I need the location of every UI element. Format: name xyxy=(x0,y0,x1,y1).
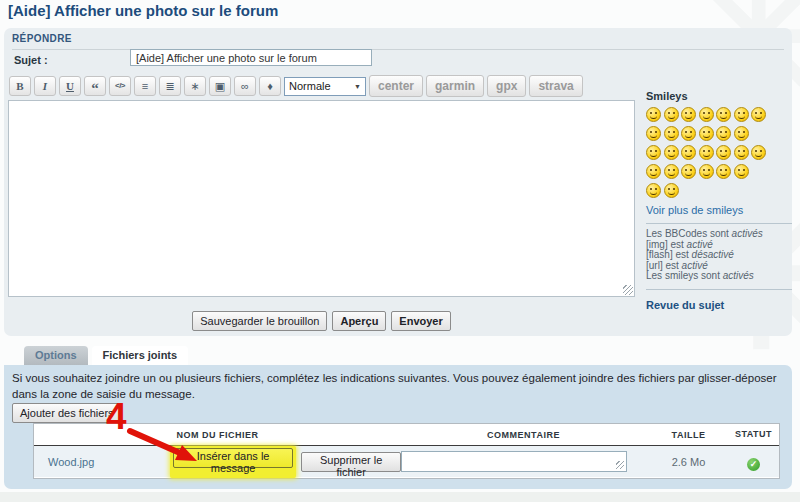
comment-cell xyxy=(401,451,646,472)
gpx-tag-button[interactable]: gpx xyxy=(487,75,526,97)
bbcode-status-text: [flash] est xyxy=(646,249,692,260)
image-icon[interactable]: ▣ xyxy=(209,76,231,96)
smiley-icon[interactable] xyxy=(681,164,696,179)
topic-review-link[interactable]: Revue du sujet xyxy=(646,299,792,311)
insert-in-message-button[interactable]: Insérer dans le message xyxy=(173,448,293,468)
smiley-row xyxy=(646,126,792,145)
smiley-icon[interactable] xyxy=(664,164,679,179)
bbcode-status-value: activé xyxy=(687,239,713,250)
submit-button[interactable]: Envoyer xyxy=(391,311,450,331)
smiley-icon[interactable] xyxy=(716,145,731,160)
center-tag-button[interactable]: center xyxy=(369,75,423,97)
attachments-intro-text: Si vous souhaitez joindre un ou plusieur… xyxy=(12,370,780,402)
bbcode-status-text: [url] est xyxy=(646,260,682,271)
smiley-icon[interactable] xyxy=(681,107,696,122)
smiley-icon[interactable] xyxy=(751,145,766,160)
smiley-sidebar: Smileys Voir plus de smileys Les BBCodes… xyxy=(646,90,792,311)
form-actions: Sauvegarder le brouillon Aperçu Envoyer xyxy=(8,311,635,331)
attachment-row: Wood.jpg Insérer dans le message Supprim… xyxy=(34,446,779,477)
status-cell: ✓ xyxy=(731,453,776,471)
file-cell: Wood.jpg Insérer dans le message Supprim… xyxy=(34,446,401,478)
smiley-icon[interactable] xyxy=(646,164,661,179)
attachments-table-header: NOM DU FICHIER COMMENTAIRE TAILLE STATUT xyxy=(34,424,779,446)
divider xyxy=(646,223,792,224)
smiley-icon[interactable] xyxy=(716,107,731,122)
smiley-icon[interactable] xyxy=(699,164,714,179)
tab-options[interactable]: Options xyxy=(24,346,88,365)
header-size: TAILLE xyxy=(646,430,731,440)
strava-tag-button[interactable]: strava xyxy=(529,75,582,97)
smiley-icon[interactable] xyxy=(734,126,749,141)
subject-input[interactable] xyxy=(130,49,372,66)
link-icon[interactable]: ∞ xyxy=(234,76,256,96)
attachment-size: 2.6 Mo xyxy=(646,456,731,468)
smiley-icon[interactable] xyxy=(681,145,696,160)
page-footer-strip xyxy=(0,492,800,502)
bbcode-status-line: Les smileys sont activés xyxy=(646,271,792,282)
bbcode-status-value: activés xyxy=(732,228,763,239)
tab-bar: Options Fichiers joints xyxy=(24,346,188,365)
highlight-marker: Insérer dans le message xyxy=(170,446,296,478)
smiley-icon[interactable] xyxy=(664,126,679,141)
status-ok-icon: ✓ xyxy=(747,458,760,471)
more-smileys-link[interactable]: Voir plus de smileys xyxy=(646,204,792,216)
smiley-row xyxy=(646,183,792,202)
smiley-icon[interactable] xyxy=(646,183,661,198)
smiley-icon[interactable] xyxy=(716,164,731,179)
list-item-icon[interactable]: ∗ xyxy=(184,76,206,96)
garmin-tag-button[interactable]: garmin xyxy=(426,75,484,97)
bbcode-toolbar: B I U “ </> ≡ ≣ ∗ ▣ ∞ ♦ Normale ▼ center… xyxy=(9,75,583,97)
page-title: [Aide] Afficher une photo sur le forum xyxy=(8,2,278,19)
bbcode-status-value: activé xyxy=(682,260,708,271)
smiley-icon[interactable] xyxy=(699,145,714,160)
smiley-icon[interactable] xyxy=(699,107,714,122)
message-editor[interactable] xyxy=(8,100,635,297)
quote-icon[interactable]: “ xyxy=(84,76,106,96)
bbcode-status-text: Les BBCodes sont xyxy=(646,228,732,239)
smiley-row xyxy=(646,107,792,126)
smiley-icon[interactable] xyxy=(699,126,714,141)
header-status: STATUT xyxy=(731,430,776,439)
subject-label: Sujet : xyxy=(14,54,48,66)
add-files-button[interactable]: Ajouter des fichiers xyxy=(12,403,122,423)
chevron-down-icon: ▼ xyxy=(354,83,361,90)
attachment-filename[interactable]: Wood.jpg xyxy=(34,456,170,468)
color-icon[interactable]: ♦ xyxy=(259,76,281,96)
smiley-icon[interactable] xyxy=(734,107,749,122)
code-icon[interactable]: </> xyxy=(109,76,131,96)
smiley-icon[interactable] xyxy=(734,145,749,160)
reply-panel: RÉPONDRE Sujet : B I U “ </> ≡ ≣ ∗ ▣ ∞ ♦… xyxy=(4,28,792,336)
save-draft-button[interactable]: Sauvegarder le brouillon xyxy=(192,311,327,331)
reply-section-title: RÉPONDRE xyxy=(12,33,784,50)
smiley-icon[interactable] xyxy=(646,126,661,141)
bbcode-status-text: Les smileys sont xyxy=(646,270,723,281)
smiley-row xyxy=(646,145,792,164)
underline-button[interactable]: U xyxy=(59,76,81,96)
smiley-icon[interactable] xyxy=(716,126,731,141)
bbcode-status-value: désactivé xyxy=(692,249,734,260)
smiley-icon[interactable] xyxy=(646,145,661,160)
smiley-row xyxy=(646,164,792,183)
smileys-title: Smileys xyxy=(646,90,792,102)
bbcode-status-text: [img] est xyxy=(646,239,687,250)
smiley-icon[interactable] xyxy=(664,145,679,160)
smiley-icon[interactable] xyxy=(646,107,661,122)
smiley-icon[interactable] xyxy=(751,107,766,122)
preview-button[interactable]: Aperçu xyxy=(332,311,386,331)
smiley-icon[interactable] xyxy=(664,107,679,122)
comment-input[interactable] xyxy=(401,451,627,472)
bold-button[interactable]: B xyxy=(9,76,31,96)
list-icon[interactable]: ≡ xyxy=(134,76,156,96)
attachments-table: NOM DU FICHIER COMMENTAIRE TAILLE STATUT… xyxy=(33,423,780,479)
smiley-icon[interactable] xyxy=(734,164,749,179)
header-comment: COMMENTAIRE xyxy=(401,430,646,440)
delete-file-button[interactable]: Supprimer le fichier xyxy=(301,452,401,472)
tab-fichiers-joints[interactable]: Fichiers joints xyxy=(92,346,189,365)
divider xyxy=(646,289,792,290)
italic-button[interactable]: I xyxy=(34,76,56,96)
ordered-list-icon[interactable]: ≣ xyxy=(159,76,181,96)
font-size-select[interactable]: Normale ▼ xyxy=(284,77,366,96)
smiley-icon[interactable] xyxy=(664,183,679,198)
smiley-icon[interactable] xyxy=(681,126,696,141)
font-size-value: Normale xyxy=(289,80,331,92)
